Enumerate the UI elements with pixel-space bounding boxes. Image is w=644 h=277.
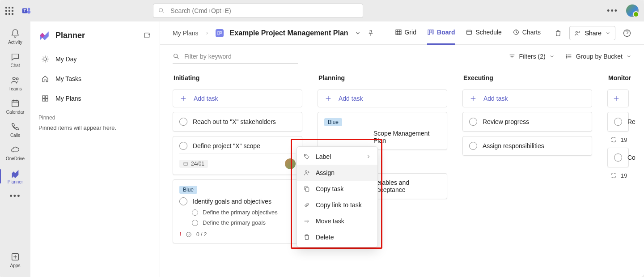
complete-toggle[interactable] [469,118,477,126]
svg-line-26 [47,57,48,58]
app-rail: Activity Chat Teams Calendar Calls OneDr… [0,21,30,277]
svg-rect-34 [396,30,401,35]
rail-chat[interactable]: Chat [0,49,30,71]
bucket-initiating: Initiating Add task Reach out to "X" sta… [173,71,302,277]
task-card[interactable]: Define project "X" scope 24/01 [173,136,302,175]
search-icon [158,7,165,14]
task-title: Define project "X" scope [193,142,260,149]
complete-toggle[interactable] [179,142,187,150]
breadcrumb-my-plans[interactable]: My Plans [173,30,199,37]
task-card[interactable]: Co [607,148,629,167]
task-card[interactable]: Assign responsibilities [462,136,592,156]
group-label: Group by Bucket [576,53,623,60]
filters-dropdown[interactable]: Filters (2) [508,53,555,60]
ctx-move-task[interactable]: Move task [297,213,377,229]
bucket-title[interactable]: Executing [462,71,592,85]
svg-rect-75 [305,188,309,192]
nav-my-tasks[interactable]: My Tasks [38,69,152,89]
ctx-delete[interactable]: Delete [297,229,377,245]
plus-icon [469,94,477,102]
task-title: Reach out to "X" stakeholders [193,118,276,125]
svg-line-25 [43,61,44,62]
filter-keyword-input[interactable]: Filter by keyword [173,49,298,64]
add-task-button[interactable]: Add task [318,89,447,107]
task-card[interactable]: Blue Scope Management Plan [318,112,447,150]
checklist-item[interactable]: Define the primary objectives [179,209,296,216]
task-card[interactable]: Blue Identify goals and objectives Defin… [173,179,302,243]
add-task-button[interactable] [607,89,629,107]
checklist-item[interactable]: Define the primary goals [179,219,296,226]
bucket-title[interactable]: Initiating [173,71,302,85]
checklist-toggle[interactable] [192,220,198,226]
svg-point-56 [566,56,567,57]
pin-icon[interactable] [367,30,374,37]
global-search-input[interactable]: Search (Cmd+Opt+E) [153,4,363,18]
more-options-icon[interactable]: ••• [607,6,618,16]
task-title: Assign responsibilities [483,142,544,149]
task-title: Identify goals and objectives [193,198,271,205]
complete-toggle[interactable] [469,142,477,150]
bucket-title[interactable]: Planning [318,71,447,85]
board-toolbar: Filter by keyword Filters (2) Group by B… [160,45,644,68]
ctx-label-text: Move task [316,217,344,225]
task-card[interactable]: Reach out to "X" stakeholders [173,112,302,132]
ctx-label[interactable]: Label [297,149,377,165]
rail-more[interactable]: ••• [0,189,30,204]
plan-dropdown-icon[interactable] [355,30,361,36]
svg-point-58 [566,57,567,58]
task-card[interactable]: Re [607,112,629,132]
app-launcher-icon[interactable] [5,7,13,15]
task-card[interactable]: Review progress [462,112,592,132]
rail-onedrive[interactable]: OneDrive [0,142,30,164]
ctx-copy-task[interactable]: Copy task [297,181,377,197]
user-avatar[interactable] [626,4,639,17]
planner-icon [10,168,20,178]
rail-label: Apps [10,263,21,268]
complete-toggle[interactable] [614,118,622,126]
view-charts[interactable]: Charts [513,21,541,45]
svg-rect-62 [184,162,187,166]
view-label: Charts [522,29,541,36]
new-plan-icon[interactable] [144,31,152,39]
svg-text:T: T [24,9,26,13]
complete-toggle[interactable] [179,197,187,205]
plus-icon [324,94,332,102]
rail-label: Chat [10,63,20,68]
rail-apps[interactable]: Apps [0,249,30,271]
bucket-title[interactable]: Monitor [607,71,634,85]
svg-rect-3 [27,10,30,13]
add-task-button[interactable]: Add task [173,89,302,107]
view-schedule[interactable]: Schedule [466,21,501,45]
checklist-toggle[interactable] [192,209,198,216]
rail-calendar[interactable]: Calendar [0,96,30,117]
svg-point-45 [576,31,577,33]
help-icon[interactable] [623,29,631,38]
group-by-dropdown[interactable]: Group by Bucket [565,53,631,60]
assignee-avatar[interactable] [285,158,296,169]
rail-teams[interactable]: Teams [0,72,30,94]
ctx-copy-link[interactable]: Copy link to task [297,197,377,213]
svg-rect-15 [144,33,149,38]
nav-my-day[interactable]: My Day [38,49,152,69]
plan-icon [216,29,224,37]
rail-calls[interactable]: Calls [0,119,30,141]
complete-toggle[interactable] [614,153,622,162]
checklist-progress: 0 / 2 [196,231,207,238]
view-grid[interactable]: Grid [395,21,416,45]
rail-planner[interactable]: Planner [0,166,30,187]
ctx-assign[interactable]: Assign [297,165,377,181]
view-board[interactable]: Board [427,21,455,45]
plus-icon [612,94,620,102]
rail-label: OneDrive [6,156,25,161]
complete-toggle[interactable] [179,118,187,126]
nav-my-plans[interactable]: My Plans [38,89,152,108]
svg-point-4 [159,9,163,12]
ctx-label-text: Assign [316,169,335,176]
share-button[interactable]: Share [569,26,615,40]
ctx-label-text: Copy link to task [316,201,362,209]
planner-sidebar: Planner My Day My Tasks My Plans Pinned … [30,21,160,277]
rail-activity[interactable]: Activity [0,26,30,47]
add-task-button[interactable]: Add task [462,89,592,107]
svg-point-7 [16,78,18,80]
bag-icon[interactable] [554,29,562,37]
